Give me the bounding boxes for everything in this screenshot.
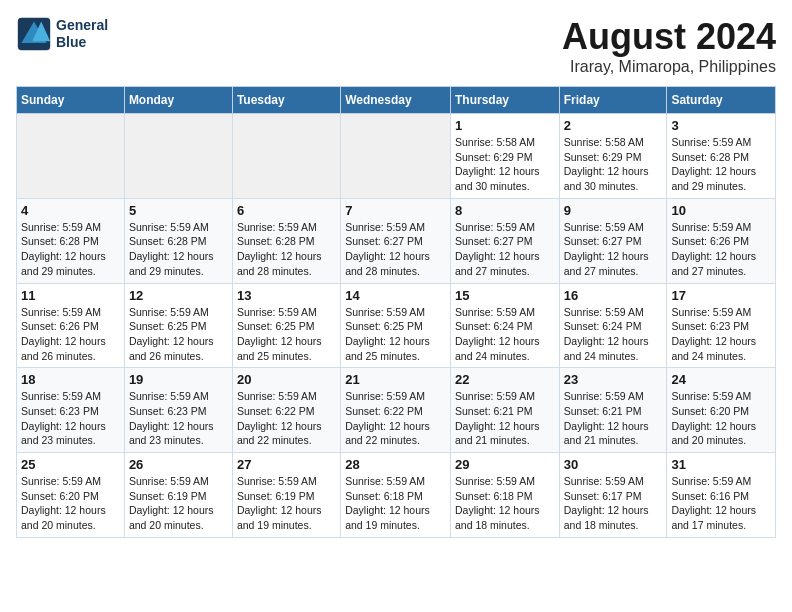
day-info: Sunrise: 5:59 AM Sunset: 6:16 PM Dayligh…: [671, 474, 771, 533]
day-number: 20: [237, 372, 336, 387]
day-info: Sunrise: 5:59 AM Sunset: 6:21 PM Dayligh…: [564, 389, 663, 448]
weekday-header-cell: Sunday: [17, 87, 125, 114]
calendar-day-cell: 15Sunrise: 5:59 AM Sunset: 6:24 PM Dayli…: [450, 283, 559, 368]
day-info: Sunrise: 5:59 AM Sunset: 6:28 PM Dayligh…: [129, 220, 228, 279]
calendar-day-cell: 12Sunrise: 5:59 AM Sunset: 6:25 PM Dayli…: [124, 283, 232, 368]
logo-icon: [16, 16, 52, 52]
day-info: Sunrise: 5:59 AM Sunset: 6:22 PM Dayligh…: [345, 389, 446, 448]
day-info: Sunrise: 5:59 AM Sunset: 6:25 PM Dayligh…: [129, 305, 228, 364]
day-info: Sunrise: 5:59 AM Sunset: 6:24 PM Dayligh…: [455, 305, 555, 364]
calendar-day-cell: 8Sunrise: 5:59 AM Sunset: 6:27 PM Daylig…: [450, 198, 559, 283]
day-number: 8: [455, 203, 555, 218]
calendar-table: SundayMondayTuesdayWednesdayThursdayFrid…: [16, 86, 776, 538]
calendar-day-cell: 2Sunrise: 5:58 AM Sunset: 6:29 PM Daylig…: [559, 114, 667, 199]
calendar-week-row: 18Sunrise: 5:59 AM Sunset: 6:23 PM Dayli…: [17, 368, 776, 453]
day-info: Sunrise: 5:59 AM Sunset: 6:27 PM Dayligh…: [455, 220, 555, 279]
calendar-day-cell: 17Sunrise: 5:59 AM Sunset: 6:23 PM Dayli…: [667, 283, 776, 368]
calendar-day-cell: [124, 114, 232, 199]
calendar-day-cell: 9Sunrise: 5:59 AM Sunset: 6:27 PM Daylig…: [559, 198, 667, 283]
day-info: Sunrise: 5:59 AM Sunset: 6:23 PM Dayligh…: [129, 389, 228, 448]
day-info: Sunrise: 5:59 AM Sunset: 6:17 PM Dayligh…: [564, 474, 663, 533]
day-info: Sunrise: 5:59 AM Sunset: 6:23 PM Dayligh…: [671, 305, 771, 364]
day-number: 10: [671, 203, 771, 218]
header: General Blue August 2024 Iraray, Mimarop…: [16, 16, 776, 76]
day-number: 29: [455, 457, 555, 472]
day-info: Sunrise: 5:59 AM Sunset: 6:20 PM Dayligh…: [671, 389, 771, 448]
day-number: 26: [129, 457, 228, 472]
day-number: 1: [455, 118, 555, 133]
calendar-day-cell: 23Sunrise: 5:59 AM Sunset: 6:21 PM Dayli…: [559, 368, 667, 453]
day-number: 18: [21, 372, 120, 387]
calendar-day-cell: 25Sunrise: 5:59 AM Sunset: 6:20 PM Dayli…: [17, 453, 125, 538]
day-number: 6: [237, 203, 336, 218]
calendar-day-cell: 10Sunrise: 5:59 AM Sunset: 6:26 PM Dayli…: [667, 198, 776, 283]
day-info: Sunrise: 5:59 AM Sunset: 6:23 PM Dayligh…: [21, 389, 120, 448]
subtitle: Iraray, Mimaropa, Philippines: [562, 58, 776, 76]
weekday-header-cell: Saturday: [667, 87, 776, 114]
day-number: 14: [345, 288, 446, 303]
calendar-day-cell: [341, 114, 451, 199]
calendar-day-cell: 24Sunrise: 5:59 AM Sunset: 6:20 PM Dayli…: [667, 368, 776, 453]
calendar-day-cell: 22Sunrise: 5:59 AM Sunset: 6:21 PM Dayli…: [450, 368, 559, 453]
weekday-header-cell: Thursday: [450, 87, 559, 114]
day-number: 13: [237, 288, 336, 303]
day-info: Sunrise: 5:59 AM Sunset: 6:22 PM Dayligh…: [237, 389, 336, 448]
day-number: 7: [345, 203, 446, 218]
day-number: 31: [671, 457, 771, 472]
title-area: August 2024 Iraray, Mimaropa, Philippine…: [562, 16, 776, 76]
day-number: 15: [455, 288, 555, 303]
calendar-day-cell: 26Sunrise: 5:59 AM Sunset: 6:19 PM Dayli…: [124, 453, 232, 538]
weekday-header-cell: Tuesday: [232, 87, 340, 114]
day-info: Sunrise: 5:59 AM Sunset: 6:24 PM Dayligh…: [564, 305, 663, 364]
calendar-day-cell: 28Sunrise: 5:59 AM Sunset: 6:18 PM Dayli…: [341, 453, 451, 538]
calendar-day-cell: 5Sunrise: 5:59 AM Sunset: 6:28 PM Daylig…: [124, 198, 232, 283]
calendar-day-cell: 19Sunrise: 5:59 AM Sunset: 6:23 PM Dayli…: [124, 368, 232, 453]
calendar-day-cell: 4Sunrise: 5:59 AM Sunset: 6:28 PM Daylig…: [17, 198, 125, 283]
day-info: Sunrise: 5:59 AM Sunset: 6:18 PM Dayligh…: [455, 474, 555, 533]
day-number: 25: [21, 457, 120, 472]
day-info: Sunrise: 5:59 AM Sunset: 6:27 PM Dayligh…: [564, 220, 663, 279]
calendar-day-cell: [17, 114, 125, 199]
day-number: 27: [237, 457, 336, 472]
calendar-day-cell: 11Sunrise: 5:59 AM Sunset: 6:26 PM Dayli…: [17, 283, 125, 368]
day-number: 4: [21, 203, 120, 218]
day-number: 24: [671, 372, 771, 387]
weekday-header-row: SundayMondayTuesdayWednesdayThursdayFrid…: [17, 87, 776, 114]
day-number: 16: [564, 288, 663, 303]
calendar-week-row: 1Sunrise: 5:58 AM Sunset: 6:29 PM Daylig…: [17, 114, 776, 199]
day-number: 30: [564, 457, 663, 472]
day-number: 9: [564, 203, 663, 218]
calendar-day-cell: 13Sunrise: 5:59 AM Sunset: 6:25 PM Dayli…: [232, 283, 340, 368]
calendar-day-cell: 3Sunrise: 5:59 AM Sunset: 6:28 PM Daylig…: [667, 114, 776, 199]
calendar-week-row: 4Sunrise: 5:59 AM Sunset: 6:28 PM Daylig…: [17, 198, 776, 283]
logo-text: General Blue: [56, 17, 108, 51]
weekday-header-cell: Friday: [559, 87, 667, 114]
day-info: Sunrise: 5:59 AM Sunset: 6:28 PM Dayligh…: [237, 220, 336, 279]
calendar-day-cell: 30Sunrise: 5:59 AM Sunset: 6:17 PM Dayli…: [559, 453, 667, 538]
day-info: Sunrise: 5:59 AM Sunset: 6:25 PM Dayligh…: [345, 305, 446, 364]
day-info: Sunrise: 5:59 AM Sunset: 6:25 PM Dayligh…: [237, 305, 336, 364]
main-title: August 2024: [562, 16, 776, 58]
calendar-day-cell: 1Sunrise: 5:58 AM Sunset: 6:29 PM Daylig…: [450, 114, 559, 199]
day-info: Sunrise: 5:59 AM Sunset: 6:26 PM Dayligh…: [21, 305, 120, 364]
day-info: Sunrise: 5:59 AM Sunset: 6:19 PM Dayligh…: [237, 474, 336, 533]
calendar-day-cell: 7Sunrise: 5:59 AM Sunset: 6:27 PM Daylig…: [341, 198, 451, 283]
day-number: 5: [129, 203, 228, 218]
calendar-day-cell: 18Sunrise: 5:59 AM Sunset: 6:23 PM Dayli…: [17, 368, 125, 453]
day-number: 23: [564, 372, 663, 387]
day-info: Sunrise: 5:58 AM Sunset: 6:29 PM Dayligh…: [564, 135, 663, 194]
day-info: Sunrise: 5:59 AM Sunset: 6:28 PM Dayligh…: [671, 135, 771, 194]
day-number: 21: [345, 372, 446, 387]
day-info: Sunrise: 5:59 AM Sunset: 6:19 PM Dayligh…: [129, 474, 228, 533]
calendar-body: 1Sunrise: 5:58 AM Sunset: 6:29 PM Daylig…: [17, 114, 776, 538]
calendar-day-cell: [232, 114, 340, 199]
calendar-day-cell: 6Sunrise: 5:59 AM Sunset: 6:28 PM Daylig…: [232, 198, 340, 283]
calendar-day-cell: 16Sunrise: 5:59 AM Sunset: 6:24 PM Dayli…: [559, 283, 667, 368]
day-number: 28: [345, 457, 446, 472]
day-number: 19: [129, 372, 228, 387]
logo: General Blue: [16, 16, 108, 52]
day-info: Sunrise: 5:59 AM Sunset: 6:28 PM Dayligh…: [21, 220, 120, 279]
day-info: Sunrise: 5:59 AM Sunset: 6:20 PM Dayligh…: [21, 474, 120, 533]
day-number: 11: [21, 288, 120, 303]
day-number: 22: [455, 372, 555, 387]
